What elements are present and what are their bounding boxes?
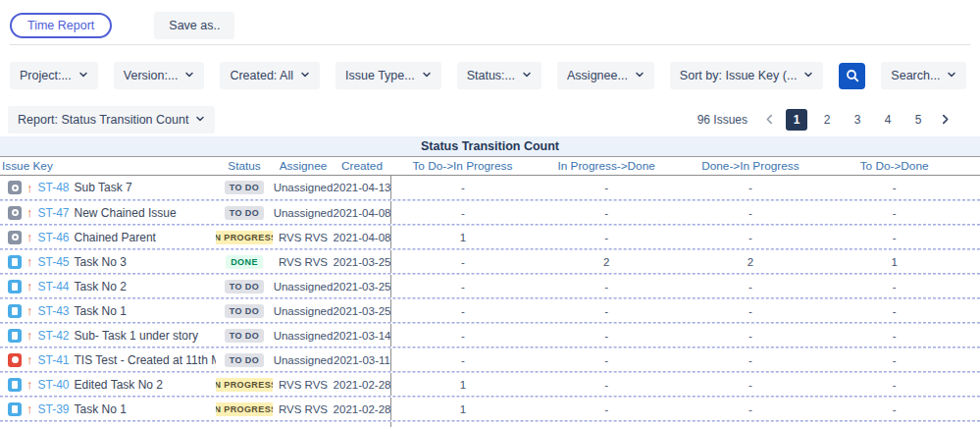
table-row[interactable]: ↑ ST-42 Sub- Task 1 under story TO DO Un… xyxy=(0,323,980,347)
transition-count: 1 xyxy=(390,226,535,248)
transition-count: - xyxy=(679,176,823,199)
filter-dropdown[interactable]: Assignee... xyxy=(557,62,654,89)
transition-count: - xyxy=(535,422,679,427)
filter-label: Version:... xyxy=(124,69,179,82)
transition-count: - xyxy=(679,275,823,297)
page-button[interactable]: 5 xyxy=(907,109,929,131)
table-row[interactable]: ↑ ST-47 New Chained Issue TO DO Unassign… xyxy=(0,200,980,225)
transition-count: - xyxy=(679,324,823,347)
transition-count: 1 xyxy=(390,373,535,396)
priority-up-icon: ↑ xyxy=(26,402,33,415)
issue-summary: New Chained Issue xyxy=(75,206,177,220)
transition-count: - xyxy=(390,348,535,371)
column-header-created[interactable]: Created xyxy=(334,159,390,173)
created-date: 2021-02-28 xyxy=(334,373,390,396)
table-header-row: Issue Key Status Assignee Created To Do-… xyxy=(0,157,980,176)
table-title: Status Transition Count xyxy=(0,136,980,157)
issue-summary: Sub- Task 1 under story xyxy=(75,329,199,343)
time-report-app: Time Report Save as.. Project:... Versio… xyxy=(0,0,980,427)
divider xyxy=(10,44,970,45)
transition-count: - xyxy=(390,324,535,347)
issue-key-link[interactable]: ST-39 xyxy=(38,402,70,416)
column-header-assignee[interactable]: Assignee xyxy=(273,159,334,173)
priority-up-icon: ↑ xyxy=(26,182,33,194)
priority-up-icon: ↑ xyxy=(26,206,33,219)
chevron-down-icon xyxy=(184,69,194,82)
filter-dropdown[interactable]: Version:... xyxy=(114,62,205,89)
issue-key-link[interactable]: ST-48 xyxy=(38,181,70,194)
issue-summary: Task No 3 xyxy=(75,255,127,269)
save-as-button[interactable]: Save as.. xyxy=(154,12,234,39)
column-header-status[interactable]: Status xyxy=(216,159,273,173)
table-row[interactable]: ↑ ST-39 Task No 1 IN PROGRESS RVS RVS 20… xyxy=(0,397,980,421)
priority-up-icon: ↑ xyxy=(26,231,33,243)
next-page-button[interactable] xyxy=(938,114,953,125)
page-button[interactable]: 3 xyxy=(847,109,868,131)
task-icon xyxy=(8,329,22,343)
created-date: 2021-04-13 xyxy=(334,176,390,199)
table-row[interactable]: ↑ ST-40 Edited Task No 2 IN PROGRESS RVS… xyxy=(0,372,980,397)
column-header-todo-inprogress[interactable]: To Do->In Progress xyxy=(390,159,535,173)
search-button[interactable] xyxy=(839,63,865,89)
page-button[interactable]: 1 xyxy=(786,109,807,131)
issue-key-link[interactable]: ST-40 xyxy=(38,378,70,392)
column-header-todo-done[interactable]: To Do->Done xyxy=(822,159,966,173)
table-row[interactable]: ↑ ST-45 Task No 3 DONE RVS RVS 2021-03-2… xyxy=(0,249,980,274)
transition-count: - xyxy=(390,176,535,199)
report-selector-dropdown[interactable]: Report: Status Transition Count xyxy=(8,106,215,133)
filter-label: Assignee... xyxy=(567,69,628,82)
transition-count: - xyxy=(679,373,823,396)
issue-key-link[interactable]: ST-44 xyxy=(38,280,70,294)
issue-key-link[interactable]: ST-43 xyxy=(38,304,70,318)
assignee: RVS RVS xyxy=(273,398,334,420)
page-button[interactable]: 2 xyxy=(816,109,838,131)
table-row[interactable]: ↑ ST-38 Edited Story No 2 IN PROGRESS Te… xyxy=(0,421,980,427)
issue-key-link[interactable]: ST-47 xyxy=(38,206,70,220)
chevron-down-icon xyxy=(195,113,205,127)
transition-count: - xyxy=(535,398,679,420)
filter-label: Sort by: Issue Key (... xyxy=(680,69,798,82)
transition-count: - xyxy=(535,373,679,396)
created-date: 2021-03-25 xyxy=(334,250,390,273)
report-selector-label: Report: Status Transition Count xyxy=(18,113,188,127)
chevron-down-icon xyxy=(422,69,432,82)
transition-count: - xyxy=(535,275,679,297)
filter-dropdown[interactable]: Status:... xyxy=(457,62,542,89)
status-badge: DONE xyxy=(226,255,263,269)
prev-page-button[interactable] xyxy=(762,114,777,125)
column-header-done-inprogress[interactable]: Done->In Progress xyxy=(679,159,823,173)
table-row[interactable]: ↑ ST-43 Task No 1 TO DO Unassigned 2021-… xyxy=(0,298,980,323)
issue-key-link[interactable]: ST-45 xyxy=(38,255,70,269)
filter-dropdown[interactable]: Created: All xyxy=(220,62,320,89)
created-date: 2021-02-28 xyxy=(334,398,390,420)
issues-count: 96 Issues xyxy=(697,113,748,127)
table-row[interactable]: ↑ ST-41 TIS Test - Created at 11th March… xyxy=(0,347,980,372)
table-row[interactable]: ↑ ST-48 Sub Task 7 TO DO Unassigned 2021… xyxy=(0,176,980,200)
created-date: 2021-04-08 xyxy=(334,201,390,224)
status-badge: IN PROGRESS xyxy=(216,231,273,244)
transition-count: - xyxy=(822,398,966,420)
top-bar: Time Report Save as.. xyxy=(0,0,980,38)
column-header-inprogress-done[interactable]: In Progress->Done xyxy=(535,159,679,173)
assignee: Unassigned xyxy=(273,176,334,199)
transition-count: - xyxy=(535,324,679,347)
issue-key-link[interactable]: ST-41 xyxy=(38,353,70,367)
transition-count: - xyxy=(822,275,966,297)
assignee: Unassigned xyxy=(273,201,334,224)
filter-dropdown[interactable]: Sort by: Issue Key (... xyxy=(670,62,824,89)
assignee: Unassigned xyxy=(273,348,334,371)
page-button[interactable]: 4 xyxy=(877,109,899,131)
column-header-issue-key[interactable]: Issue Key xyxy=(0,159,216,173)
filter-dropdown[interactable]: Issue Type... xyxy=(335,62,441,89)
table-row[interactable]: ↑ ST-44 Task No 2 TO DO Unassigned 2021-… xyxy=(0,274,980,298)
filter-dropdown[interactable]: Project:... xyxy=(10,62,98,89)
table-row[interactable]: ↑ ST-46 Chained Parent IN PROGRESS RVS R… xyxy=(0,225,980,249)
search-dropdown[interactable]: Search... xyxy=(881,62,966,89)
transition-count: - xyxy=(679,226,823,248)
issue-key-link[interactable]: ST-42 xyxy=(38,329,70,343)
status-badge: IN PROGRESS xyxy=(216,402,273,416)
chevron-down-icon xyxy=(947,69,956,82)
time-report-button[interactable]: Time Report xyxy=(10,13,112,38)
pagination: 96 Issues 1 2 3 4 5 xyxy=(697,109,953,131)
issue-key-link[interactable]: ST-46 xyxy=(38,231,70,244)
